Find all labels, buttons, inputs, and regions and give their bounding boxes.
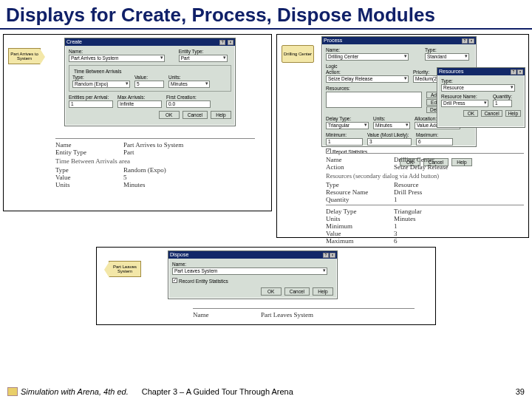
plist-val: 5 — [123, 174, 127, 181]
mostlikely-field[interactable]: 3 — [367, 138, 412, 146]
max-field[interactable]: 6 — [416, 138, 453, 146]
create-value-field[interactable]: 5 — [134, 81, 164, 88]
plist-key: Resource Name — [326, 188, 394, 196]
create-maxarr-field[interactable]: Infinite — [117, 100, 162, 108]
plist-key: Name — [326, 156, 394, 163]
tba-section-label: Time Between Arrivals — [72, 69, 123, 74]
plist-key: Entity Type — [55, 149, 123, 156]
resname-label: Resource Name: — [441, 94, 488, 99]
dispose-dialog-title: Dispose — [170, 252, 188, 257]
process-block-label: Drilling Center — [284, 52, 312, 56]
create-type-field[interactable]: Random (Expo) — [72, 81, 130, 88]
plist-key: Units — [55, 181, 123, 188]
min-label: Minimum: — [326, 132, 363, 137]
plist-val: Minutes — [123, 181, 146, 188]
plist-val: Drilling Center — [394, 156, 434, 163]
plist-key: Type — [55, 166, 123, 174]
resqty-field[interactable]: 1 — [493, 100, 512, 107]
process-dialog-titlebar: Process ?× — [322, 37, 476, 44]
dispose-name-field[interactable]: Part Leaves System — [172, 267, 327, 275]
cancel-button[interactable]: Cancel — [284, 287, 310, 296]
create-epa-label: Entities per Arrival: — [69, 95, 113, 100]
cancel-button[interactable]: Cancel — [183, 111, 208, 119]
ok-button[interactable]: OK — [159, 111, 180, 119]
process-module-block[interactable]: Drilling Center — [282, 45, 314, 63]
record-stats-checkbox[interactable] — [172, 278, 177, 283]
plist-val: 3 — [394, 230, 398, 237]
plist-val: 6 — [394, 237, 398, 245]
plist-key: Value — [326, 230, 394, 237]
plist-val: Part Arrives to System — [123, 141, 183, 149]
restype-field[interactable]: Resource — [441, 84, 515, 92]
create-module-block[interactable]: Part Arrives to System — [8, 48, 41, 64]
page-title: Displays for Create, Process, Dispose Mo… — [0, 0, 532, 30]
help-button[interactable]: Help — [211, 111, 231, 119]
close-icon[interactable]: × — [468, 38, 474, 44]
ok-button[interactable]: OK — [261, 287, 282, 296]
help-button[interactable]: Help — [313, 287, 333, 296]
footer-book: Simulation with Arena, 4th ed. — [21, 387, 129, 396]
plist-key: Quantity — [326, 196, 394, 203]
create-dialog-title: Create — [66, 39, 82, 44]
dispose-property-list: NamePart Leaves System — [193, 307, 415, 318]
plist-key: Value — [55, 174, 123, 181]
create-dialog-titlebar: Create ? × — [65, 38, 235, 46]
plist-val: Resource — [394, 181, 419, 188]
window-controls: ? × — [219, 39, 233, 45]
help-button[interactable]: Help — [505, 110, 521, 117]
book-icon — [7, 387, 18, 396]
create-type-label: Type: — [72, 75, 130, 80]
min-field[interactable]: 1 — [326, 138, 363, 146]
create-entitytype-field[interactable]: Part — [179, 55, 228, 62]
create-entitytype-label: Entity Type: — [179, 49, 231, 54]
help-icon[interactable]: ? — [511, 69, 516, 75]
units-label: Units: — [373, 116, 410, 121]
plist-val: Seize Delay Release — [394, 163, 448, 171]
plist-val: Minutes — [394, 215, 416, 222]
max-label: Maximum: — [416, 132, 453, 137]
plist-key: Action — [326, 163, 394, 171]
close-icon[interactable]: × — [330, 253, 335, 258]
process-name-field[interactable]: Drilling Center — [326, 53, 409, 61]
close-icon[interactable]: × — [517, 69, 523, 75]
process-panel: Drilling Center Process ?× Name: Drillin… — [276, 34, 529, 238]
process-type-field[interactable]: Standard — [425, 53, 469, 61]
mostlikely-label: Value (Most Likely): — [367, 132, 412, 137]
resources-dialog-title: Resources — [439, 69, 463, 74]
delaytype-field[interactable]: Triangular — [326, 122, 369, 129]
footer-chapter: Chapter 3 – A Guided Tour Through Arena — [142, 387, 293, 396]
create-value-label: Value: — [134, 75, 164, 80]
create-first-field[interactable]: 0.0 — [166, 100, 211, 108]
content-area: Part Arrives to System Create ? × Name: … — [0, 30, 532, 340]
units-field[interactable]: Minutes — [373, 122, 410, 129]
page-number: 39 — [516, 387, 525, 396]
resname-field[interactable]: Drill Press — [441, 100, 488, 107]
plist-key: Name — [55, 141, 123, 149]
create-epa-field[interactable]: 1 — [69, 100, 113, 108]
action-label: Action: — [326, 69, 409, 75]
cancel-button[interactable]: Cancel — [481, 110, 502, 117]
dispose-block-label: Part Leaves System — [110, 265, 140, 273]
plist-val: 1 — [394, 222, 398, 230]
resqty-label: Quantity: — [493, 94, 512, 99]
ok-button[interactable]: OK — [463, 110, 478, 117]
create-units-field[interactable]: Minutes — [168, 81, 210, 88]
plist-key: Delay Type — [326, 208, 394, 215]
process-dialog-title: Process — [324, 38, 342, 43]
create-property-list: NamePart Arrives to System Entity TypePa… — [55, 137, 255, 188]
plist-val: 1 — [394, 196, 398, 203]
resources-listbox[interactable] — [326, 92, 422, 108]
help-icon[interactable]: ? — [323, 253, 329, 258]
create-name-label: Name: — [69, 49, 174, 54]
delaytype-label: Delay Type: — [326, 116, 369, 121]
action-field[interactable]: Seize Delay Release — [326, 75, 409, 83]
dispose-module-block[interactable]: Part Leaves System — [109, 261, 141, 277]
slide-footer: Simulation with Arena, 4th ed. Chapter 3… — [0, 387, 532, 396]
process-property-list: NameDrilling Center ActionSeize Delay Re… — [326, 151, 524, 245]
plist-key: Name — [193, 311, 261, 318]
close-icon[interactable]: × — [228, 40, 233, 45]
help-icon[interactable]: ? — [219, 40, 225, 45]
plist-key: Type — [326, 181, 394, 188]
help-icon[interactable]: ? — [462, 38, 468, 44]
create-name-field[interactable]: Part Arrives to System — [69, 55, 165, 62]
